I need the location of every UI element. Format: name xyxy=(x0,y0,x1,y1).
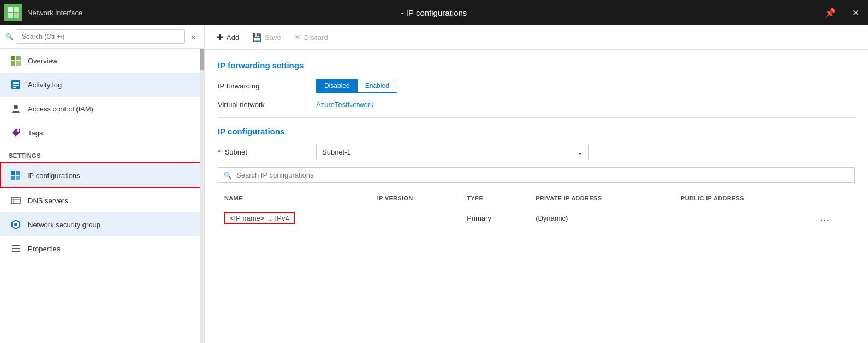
virtual-network-link[interactable]: AzureTestNetwork xyxy=(316,100,373,109)
sidebar-item-access-control[interactable]: Access control (IAM) xyxy=(0,97,204,121)
sidebar-item-ip-configurations[interactable]: IP configurations xyxy=(0,162,204,188)
main-layout: 🔍 « Overview xyxy=(0,25,868,343)
app-name: Network interface xyxy=(27,9,82,17)
subnet-selected-value: Subnet-1 xyxy=(322,148,351,156)
col-header-private-ip: PRIVATE IP ADDRESS xyxy=(529,191,674,206)
search-ip-icon: 🔍 xyxy=(224,172,232,179)
cell-type: Primary xyxy=(460,206,529,230)
search-ip-config-input[interactable] xyxy=(236,171,849,179)
sidebar-item-network-security-group[interactable]: Network security group xyxy=(0,212,204,236)
sidebar-scrollbar[interactable] xyxy=(200,49,204,343)
sidebar-label-properties: Properties xyxy=(28,245,60,253)
sidebar-content: Overview Activity log xyxy=(0,49,204,343)
nsg-icon xyxy=(10,219,21,230)
discard-icon: ✕ xyxy=(294,33,301,42)
title-bar-actions: 📌 ✕ xyxy=(818,0,868,25)
svg-point-21 xyxy=(14,223,17,226)
ip-forwarding-enabled-btn[interactable]: Enabled xyxy=(358,79,397,92)
cell-private-ip: (Dynamic) xyxy=(529,206,674,230)
ip-forwarding-toggle: Disabled Enabled xyxy=(316,79,397,93)
sidebar-label-activity-log: Activity log xyxy=(28,81,62,89)
svg-rect-16 xyxy=(11,176,15,180)
sidebar-scrollbar-thumb xyxy=(200,49,204,70)
svg-rect-17 xyxy=(16,176,20,180)
collapse-sidebar-button[interactable]: « xyxy=(188,30,199,43)
section-divider xyxy=(218,117,855,118)
svg-rect-7 xyxy=(16,61,21,66)
title-bar: Network interface - IP configurations 📌 … xyxy=(0,0,868,25)
ip-name-dots: .. xyxy=(267,214,271,222)
sidebar-item-tags[interactable]: Tags xyxy=(0,121,204,145)
sidebar-label-ip-configurations: IP configurations xyxy=(27,172,80,180)
ip-config-icon xyxy=(10,170,21,181)
svg-rect-11 xyxy=(13,87,16,88)
save-icon: 💾 xyxy=(252,33,261,42)
sidebar-label-overview: Overview xyxy=(28,57,57,65)
cell-more-actions[interactable]: ... xyxy=(814,206,855,230)
cell-ip-version xyxy=(371,206,460,230)
svg-point-12 xyxy=(14,105,18,109)
pin-button[interactable]: 📌 xyxy=(818,0,843,25)
subnet-label: * Subnet xyxy=(218,148,316,156)
sidebar-item-activity-log[interactable]: Activity log xyxy=(0,73,204,97)
subnet-row: * Subnet Subnet-1 ⌄ xyxy=(218,145,855,159)
ip-forwarding-toggle-group: Disabled Enabled xyxy=(316,79,397,93)
table-row[interactable]: <IP name> .. IPv4 Primary (Dynamic) ... xyxy=(218,206,855,230)
ip-forwarding-section-title: IP forwarding settings xyxy=(218,61,855,70)
ip-configurations-section-title: IP configurations xyxy=(218,127,855,136)
sidebar-item-dns-servers[interactable]: DNS servers xyxy=(0,188,204,212)
access-control-icon xyxy=(10,103,21,114)
search-ip-config-box: 🔍 xyxy=(218,167,855,183)
svg-point-13 xyxy=(17,129,19,132)
settings-section-label: SETTINGS xyxy=(0,145,204,162)
sidebar-search-area: 🔍 « xyxy=(0,25,204,49)
add-label: Add xyxy=(227,33,239,42)
activity-log-icon xyxy=(10,79,21,90)
ip-config-table: NAME IP VERSION TYPE PRIVATE IP ADDRESS … xyxy=(218,191,855,230)
ip-forwarding-disabled-btn[interactable]: Disabled xyxy=(317,79,358,92)
svg-rect-3 xyxy=(14,13,19,18)
svg-rect-1 xyxy=(14,7,19,12)
svg-rect-9 xyxy=(13,82,19,84)
content-area: ✚ Add 💾 Save ✕ Discard IP forwarding set… xyxy=(205,25,868,343)
search-icon: 🔍 xyxy=(5,33,14,40)
virtual-network-label: Virtual network xyxy=(218,100,316,109)
dns-icon xyxy=(10,195,21,206)
close-button[interactable]: ✕ xyxy=(843,0,868,25)
ip-forwarding-row: IP forwarding Disabled Enabled xyxy=(218,79,855,93)
svg-rect-14 xyxy=(11,171,15,175)
col-header-name: NAME xyxy=(218,191,371,206)
virtual-network-row: Virtual network AzureTestNetwork xyxy=(218,100,855,109)
title-bar-left: Network interface xyxy=(0,4,82,21)
save-button[interactable]: 💾 Save xyxy=(251,31,282,44)
svg-rect-4 xyxy=(11,56,15,60)
sidebar-label-dns-servers: DNS servers xyxy=(28,197,68,205)
svg-rect-15 xyxy=(16,171,20,175)
sidebar-item-properties[interactable]: Properties xyxy=(0,236,204,261)
ip-version-value: IPv4 xyxy=(275,214,289,222)
discard-button[interactable]: ✕ Discard xyxy=(293,31,329,44)
col-header-type: TYPE xyxy=(460,191,529,206)
chevron-down-icon: ⌄ xyxy=(577,148,583,156)
add-icon: ✚ xyxy=(217,33,223,42)
cell-name: <IP name> .. IPv4 xyxy=(218,206,371,230)
add-button[interactable]: ✚ Add xyxy=(216,31,240,44)
cell-public-ip xyxy=(674,206,814,230)
sidebar-search-input[interactable] xyxy=(17,29,185,44)
svg-rect-18 xyxy=(11,197,20,204)
subnet-dropdown[interactable]: Subnet-1 ⌄ xyxy=(316,145,589,159)
table-header: NAME IP VERSION TYPE PRIVATE IP ADDRESS … xyxy=(218,191,855,206)
ip-name-box: <IP name> .. IPv4 xyxy=(224,212,295,224)
col-header-public-ip: PUBLIC IP ADDRESS xyxy=(674,191,814,206)
sidebar-item-overview[interactable]: Overview xyxy=(0,49,204,73)
sidebar-label-network-security-group: Network security group xyxy=(28,221,100,229)
subnet-select-wrapper: Subnet-1 ⌄ xyxy=(316,145,589,159)
save-label: Save xyxy=(265,33,281,42)
svg-rect-0 xyxy=(8,7,13,12)
col-header-ip-version: IP VERSION xyxy=(371,191,460,206)
sidebar-label-tags: Tags xyxy=(28,129,43,137)
ip-forwarding-label: IP forwarding xyxy=(218,82,316,90)
overview-icon xyxy=(10,55,21,66)
ip-name-value: <IP name> xyxy=(230,214,264,222)
svg-rect-6 xyxy=(11,61,15,66)
